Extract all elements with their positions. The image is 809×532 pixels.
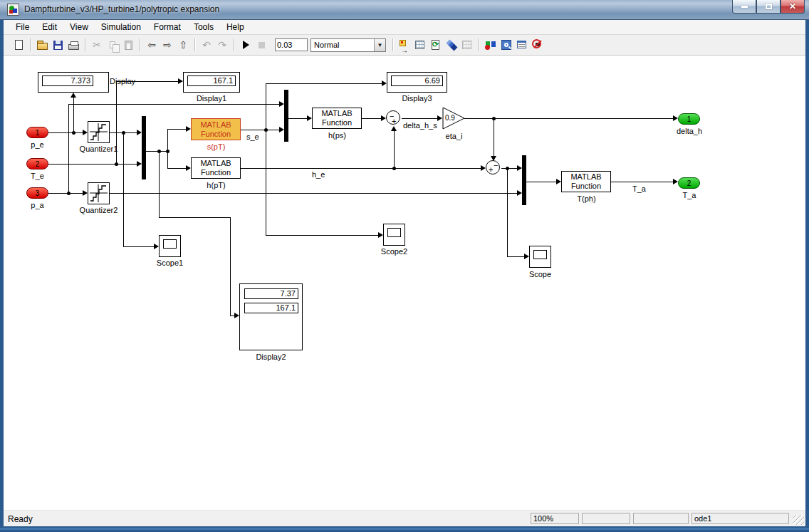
wire-arrowhead — [186, 126, 191, 132]
print-button[interactable] — [66, 38, 81, 52]
wire-arrowhead — [137, 130, 142, 135]
sum2-block[interactable]: − + — [486, 160, 500, 174]
gain-value: 0.9 — [445, 114, 455, 122]
wire-segment — [167, 129, 186, 130]
library-browser-button[interactable]: → — [397, 38, 412, 52]
resize-grip[interactable] — [793, 515, 804, 525]
menu-tools[interactable]: Tools — [187, 21, 220, 33]
wire-segment — [266, 83, 266, 235]
matlab-fcn-hps-block[interactable]: MATLAB Function — [312, 108, 362, 129]
model-explorer-icon — [516, 39, 528, 51]
go-up-button[interactable]: ⇧ — [175, 38, 191, 52]
display-block[interactable]: 7.373 — [38, 72, 109, 93]
sum-plus-sign: + — [489, 166, 493, 173]
quantizer1-block[interactable] — [88, 121, 110, 143]
update-diagram-button[interactable]: ⟳ — [428, 38, 444, 52]
wire-arrowhead — [137, 161, 142, 167]
start-simulation-button[interactable] — [238, 38, 254, 52]
menu-format[interactable]: Format — [147, 21, 187, 33]
matlab-fcn-tph-block[interactable]: MATLAB Function — [561, 171, 611, 192]
fcn-text: MATLAB Function — [194, 159, 237, 177]
scope-block[interactable] — [529, 246, 551, 268]
cut-button: ✂ — [89, 38, 105, 52]
open-button[interactable] — [34, 38, 50, 52]
matlab-fcn-hpt-block[interactable]: MATLAB Function — [191, 157, 241, 179]
inport-1-label: p_e — [16, 140, 59, 149]
simulation-stop-time-input[interactable] — [275, 38, 308, 51]
toolbar-separator — [194, 38, 195, 51]
outport-1[interactable]: 1 — [678, 113, 700, 125]
wire-segment — [68, 104, 279, 105]
minimize-button[interactable] — [732, 0, 756, 14]
paste-icon — [125, 41, 132, 50]
simulation-mode-dropdown[interactable]: Normal ▼ — [310, 38, 386, 52]
wire-arrowhead — [83, 130, 88, 135]
simulation-mode-value: Normal — [311, 41, 374, 49]
wire-arrowhead — [481, 165, 486, 171]
outport-2-label: T_a — [667, 191, 711, 199]
debug-button[interactable] — [483, 38, 499, 52]
display2-block[interactable]: 7.37 167.1 — [239, 283, 303, 350]
wire-arrowhead — [524, 254, 529, 259]
mux2-block[interactable] — [284, 90, 288, 142]
go-forward-button[interactable]: ⇨ — [160, 38, 175, 52]
mux1-block[interactable] — [142, 116, 146, 179]
display3-block[interactable]: 6.69 — [387, 72, 447, 93]
menu-file[interactable]: File — [9, 21, 36, 33]
undo-button: ↶ — [199, 38, 214, 52]
fcn-text: MATLAB Function — [565, 172, 607, 191]
wire-segment — [123, 246, 154, 247]
outport-2[interactable]: 2 — [678, 177, 700, 189]
cut-icon: ✂ — [93, 40, 101, 50]
fcn-hps-label: h(ps) — [308, 131, 366, 140]
new-model-button[interactable] — [11, 38, 26, 52]
wire-segment — [116, 81, 178, 82]
wire-arrowhead — [279, 127, 284, 132]
wire-arrowhead — [556, 179, 561, 184]
model-browser-button[interactable] — [412, 38, 428, 52]
menu-edit[interactable]: Edit — [36, 21, 63, 33]
sum1-block[interactable]: − + — [386, 110, 400, 125]
display1-label: Display1 — [183, 94, 240, 103]
inport-3[interactable]: 3 — [26, 187, 48, 199]
menu-help[interactable]: Help — [220, 21, 251, 33]
quantizer1-label: Quantizer1 — [70, 145, 127, 153]
model-explorer-button[interactable] — [514, 38, 530, 52]
inport-1[interactable]: 1 — [26, 127, 48, 138]
dropdown-button[interactable]: ▼ — [374, 39, 385, 51]
window-controls: ✕ — [732, 0, 805, 14]
toolbar: ✂ ⇦ ⇨ ⇧ ↶ ↷ Normal ▼ → ⟳ — [4, 35, 805, 56]
wire-arrowhead — [491, 156, 496, 161]
close-button[interactable]: ✕ — [781, 0, 805, 14]
update-diagram-icon: ⟳ — [430, 39, 442, 51]
status-message: Ready — [8, 514, 33, 524]
display1-block[interactable]: 167.1 — [183, 72, 240, 93]
scope2-block[interactable] — [383, 224, 405, 246]
save-button[interactable] — [50, 38, 66, 52]
mux3-block[interactable] — [522, 155, 526, 205]
no-highlight-icon — [532, 39, 543, 51]
scope1-block[interactable] — [159, 235, 181, 257]
copy-button — [105, 38, 120, 52]
matlab-fcn-spt-block[interactable]: MATLAB Function — [191, 118, 241, 140]
inport-2[interactable]: 2 — [26, 158, 48, 169]
go-back-button[interactable]: ⇦ — [144, 38, 160, 52]
remove-highlighting-button[interactable] — [530, 38, 546, 52]
window-frame-bottom — [0, 528, 809, 530]
wire-junction — [492, 117, 496, 120]
toolbar-separator — [30, 38, 31, 51]
wire-segment — [116, 81, 117, 164]
quantizer2-block[interactable] — [88, 182, 110, 204]
maximize-button[interactable] — [756, 0, 781, 14]
display2-value-2: 167.1 — [244, 303, 298, 313]
find-button[interactable] — [499, 38, 514, 52]
paste-button — [120, 38, 136, 52]
menu-simulation[interactable]: Simulation — [95, 21, 147, 33]
menu-view[interactable]: View — [63, 21, 95, 33]
build-button[interactable] — [444, 38, 459, 52]
status-bar: Ready 100% ode1 — [4, 510, 805, 526]
wire-junction — [72, 131, 75, 135]
title-bar[interactable]: Dampfturbine_v3/HP_turbine1/polytropic e… — [0, 0, 809, 20]
wire-segment — [68, 104, 69, 193]
signal-label-delta-h-s: delta_h_s — [403, 121, 437, 130]
